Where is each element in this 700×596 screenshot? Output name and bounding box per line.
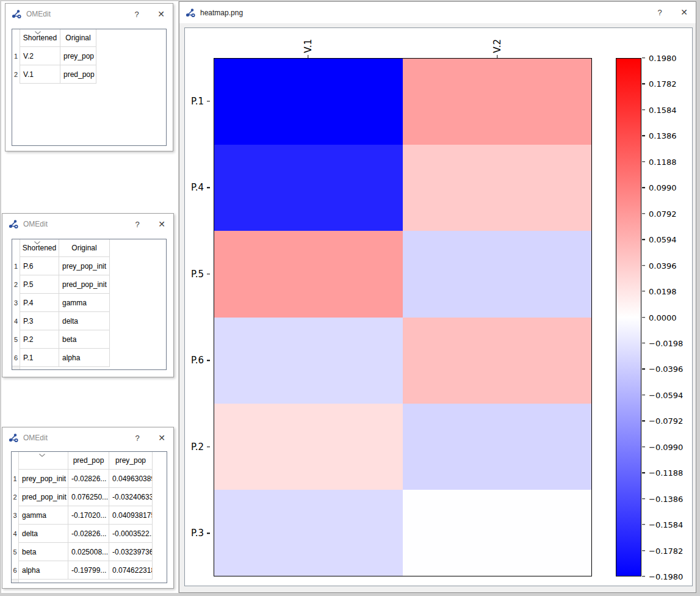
- window-title: OMEdit: [23, 220, 48, 228]
- row-header[interactable]: 6: [12, 349, 20, 367]
- help-button[interactable]: ?: [128, 214, 146, 234]
- colorbar-tick-mark: [642, 84, 645, 84]
- heatmap-plot-area: [214, 58, 592, 576]
- table-cell[interactable]: -0.19799...: [68, 561, 109, 580]
- row-header[interactable]: 3: [12, 294, 20, 312]
- close-icon[interactable]: ✕: [153, 427, 171, 448]
- colorbar-ticks: 0.19800.17820.15840.13860.11880.09900.07…: [642, 58, 691, 576]
- row-header[interactable]: 4: [12, 312, 20, 330]
- close-icon[interactable]: ✕: [153, 214, 171, 234]
- row-tick-mark: [207, 360, 210, 361]
- dialog-parameters-titlebar[interactable]: OMEdit ? ✕: [2, 214, 173, 234]
- table-cell[interactable]: pred_pop: [60, 65, 96, 84]
- table-cell[interactable]: prey_pop_init: [19, 470, 68, 488]
- table-cell[interactable]: 0.076250...: [68, 488, 109, 506]
- table-cell[interactable]: alpha: [19, 561, 68, 580]
- sort-indicator-icon[interactable]: [38, 453, 46, 457]
- sort-indicator-icon[interactable]: [34, 241, 41, 245]
- column-header-original[interactable]: Original: [59, 239, 110, 257]
- row-header[interactable]: 5: [12, 543, 19, 561]
- table-corner: [12, 579, 19, 583]
- table-cell[interactable]: pred_pop_init: [19, 488, 68, 506]
- table-cell[interactable]: -0.032397362: [109, 543, 153, 561]
- row-header[interactable]: 2: [12, 275, 20, 294]
- table-cell[interactable]: P.1: [20, 349, 59, 367]
- row-header[interactable]: 5: [12, 330, 20, 349]
- row-label: P.3: [191, 528, 204, 539]
- colorbar-tick-mark: [642, 291, 645, 291]
- row-header[interactable]: 1: [12, 257, 20, 275]
- row-header[interactable]: 3: [12, 506, 19, 525]
- table-cell[interactable]: -0.17020...: [68, 506, 109, 525]
- column-label: V.2: [492, 39, 503, 53]
- row-label: P.1: [191, 96, 204, 107]
- close-icon[interactable]: ✕: [152, 4, 170, 24]
- row-header[interactable]: 4: [12, 525, 19, 543]
- column-header-pred-pop[interactable]: pred_pop: [68, 452, 109, 470]
- row-header[interactable]: 6: [12, 561, 19, 580]
- table-cell[interactable]: prey_pop_init: [59, 257, 110, 275]
- table-cell[interactable]: prey_pop: [60, 47, 96, 65]
- table-cell[interactable]: V.2: [20, 47, 60, 65]
- table-cell[interactable]: beta: [19, 543, 68, 561]
- table-cell[interactable]: delta: [59, 312, 110, 330]
- table-cell[interactable]: beta: [59, 330, 110, 349]
- heatmap-row-labels: P.1P.4P.5P.6P.2P.3: [185, 58, 210, 576]
- table-cell[interactable]: P.2: [20, 330, 59, 349]
- row-label: P.5: [191, 269, 204, 280]
- window-title: OMEdit: [23, 434, 48, 442]
- corner-header[interactable]: [12, 239, 20, 257]
- row-label: P.2: [191, 442, 204, 452]
- colorbar-tick-label: −0.1782: [649, 546, 683, 555]
- row-tick-mark: [207, 274, 210, 274]
- table-cell[interactable]: 0.040938175: [109, 506, 153, 525]
- sort-indicator-icon[interactable]: [34, 31, 41, 35]
- table-cell[interactable]: gamma: [59, 294, 110, 312]
- colorbar-tick-label: 0.1980: [649, 54, 677, 63]
- table-cell[interactable]: P.6: [20, 257, 59, 275]
- table-cell[interactable]: P.4: [20, 294, 59, 312]
- column-header-prey-pop[interactable]: prey_pop: [109, 452, 153, 470]
- row-header[interactable]: 2: [12, 65, 20, 84]
- heatmap-cell-P.6-V.2: [403, 318, 591, 404]
- row-header[interactable]: 1: [12, 47, 20, 65]
- corner-header[interactable]: [12, 452, 19, 470]
- colorbar-tick-label: 0.0792: [649, 209, 677, 218]
- close-icon[interactable]: ✕: [675, 2, 693, 23]
- table-cell[interactable]: -0.02826...: [68, 470, 109, 488]
- row-tick-mark: [207, 446, 210, 447]
- table-cell[interactable]: P.5: [20, 275, 59, 294]
- table-cell[interactable]: gamma: [19, 506, 68, 525]
- table-cell[interactable]: -0.032406333: [109, 488, 153, 506]
- table-cell[interactable]: 0.074622318: [109, 561, 153, 580]
- table-cell[interactable]: -0.0003522...: [109, 525, 153, 543]
- heatmap-image: V.1V.2 P.1P.4P.5P.6P.2P.3 0.19800.17820.…: [184, 27, 693, 586]
- colorbar: [616, 58, 641, 576]
- row-header[interactable]: 2: [12, 488, 19, 506]
- dialog-variables-titlebar[interactable]: OMEdit ? ✕: [5, 4, 173, 24]
- colorbar-tick-mark: [642, 187, 645, 188]
- table-cell[interactable]: -0.02826...: [68, 525, 109, 543]
- colorbar-tick-mark: [642, 136, 645, 136]
- heatmap-window-titlebar[interactable]: heatmap.png ? ✕: [179, 2, 696, 23]
- window-title: heatmap.png: [200, 9, 243, 17]
- table-cell[interactable]: delta: [19, 525, 68, 543]
- heatmap-grid: [214, 59, 591, 576]
- dialog-correlations-titlebar[interactable]: OMEdit ? ✕: [2, 427, 173, 448]
- help-button[interactable]: ?: [128, 427, 146, 448]
- table-cell[interactable]: P.3: [20, 312, 59, 330]
- column-header-original[interactable]: Original: [60, 29, 96, 47]
- table-cell[interactable]: 0.049630389: [109, 470, 153, 488]
- help-button[interactable]: ?: [128, 4, 146, 24]
- heatmap-cell-P.1-V.2: [403, 59, 591, 145]
- colorbar-tick-mark: [642, 524, 645, 525]
- row-header[interactable]: 1: [12, 470, 19, 488]
- table-cell[interactable]: alpha: [59, 349, 110, 367]
- table-cell[interactable]: 0.025008...: [68, 543, 109, 561]
- table-cell[interactable]: pred_pop_init: [59, 275, 110, 294]
- colorbar-tick-mark: [642, 498, 645, 499]
- corner-header[interactable]: [12, 29, 20, 47]
- help-button[interactable]: ?: [651, 2, 669, 23]
- table-cell[interactable]: V.1: [20, 65, 60, 84]
- heatmap-cell-P.6-V.1: [214, 318, 403, 404]
